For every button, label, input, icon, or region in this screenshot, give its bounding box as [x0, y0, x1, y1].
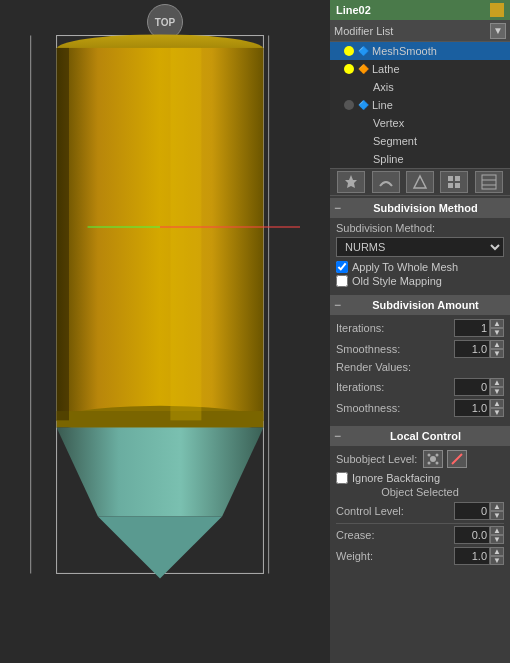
smoothness-up-btn[interactable]: ▲ — [490, 340, 504, 349]
iterations-spinner-btns: ▲ ▼ — [490, 319, 504, 337]
right-panel: Line02 Modifier List ▼ 🔷 MeshSmooth 🔶 La… — [330, 0, 510, 663]
icon-spline — [358, 153, 370, 165]
tree-item-meshsmooth[interactable]: 🔷 MeshSmooth — [330, 42, 510, 60]
old-style-mapping-checkbox[interactable] — [336, 275, 348, 287]
viewport[interactable]: TOP Y Z — [0, 0, 330, 663]
label-spline: Spline — [373, 153, 404, 165]
render-values-row: Render Values: — [336, 361, 504, 375]
weight-label: Weight: — [336, 550, 454, 562]
smoothness-input[interactable] — [454, 340, 490, 358]
icon-axis — [358, 81, 370, 93]
render-smoothness-up-btn[interactable]: ▲ — [490, 399, 504, 408]
smoothness-down-btn[interactable]: ▼ — [490, 349, 504, 358]
svg-rect-14 — [448, 183, 453, 188]
svg-point-22 — [428, 462, 431, 465]
subdivision-method-select[interactable]: NURMS Classic — [336, 237, 504, 257]
tree-item-spline[interactable]: Spline — [330, 150, 510, 168]
crease-spinner-btns: ▲ ▼ — [490, 526, 504, 544]
bulb-meshsmooth — [344, 46, 354, 56]
label-line: Line — [372, 99, 393, 111]
render-iterations-up-btn[interactable]: ▲ — [490, 378, 504, 387]
object-selected-text: Object Selected — [336, 486, 504, 498]
iterations-up-btn[interactable]: ▲ — [490, 319, 504, 328]
ignore-backfacing-row: Ignore Backfacing — [336, 472, 504, 484]
subdivision-amount-collapse[interactable]: − — [334, 298, 341, 312]
svg-point-20 — [428, 454, 431, 457]
toolbar-graph-btn[interactable] — [475, 171, 503, 193]
render-smoothness-spinner-btns: ▲ ▼ — [490, 399, 504, 417]
crease-row: Crease: ▲ ▼ — [336, 526, 504, 544]
subdivision-method-collapse[interactable]: − — [334, 201, 341, 215]
weight-up-btn[interactable]: ▲ — [490, 547, 504, 556]
tree-item-vertex[interactable]: Vertex — [330, 114, 510, 132]
toolbar-pin-btn[interactable] — [337, 171, 365, 193]
smoothness-row: Smoothness: ▲ ▼ — [336, 340, 504, 358]
crease-label: Crease: — [336, 529, 454, 541]
local-control-title: Local Control — [345, 430, 506, 442]
crease-up-btn[interactable]: ▲ — [490, 526, 504, 535]
modifier-dropdown-arrow[interactable]: ▼ — [490, 23, 506, 39]
tree-item-lathe[interactable]: 🔶 Lathe — [330, 60, 510, 78]
svg-point-21 — [436, 454, 439, 457]
render-smoothness-down-btn[interactable]: ▼ — [490, 408, 504, 417]
crease-down-btn[interactable]: ▼ — [490, 535, 504, 544]
icon-segment — [358, 135, 370, 147]
ignore-backfacing-label: Ignore Backfacing — [352, 472, 440, 484]
bulb-lathe — [344, 64, 354, 74]
label-meshsmooth: MeshSmooth — [372, 45, 437, 57]
iterations-input[interactable]: 1 — [454, 319, 490, 337]
svg-rect-6 — [57, 411, 264, 428]
local-control-collapse[interactable]: − — [334, 429, 341, 443]
apply-whole-mesh-checkbox[interactable] — [336, 261, 348, 273]
render-iterations-label: Iterations: — [336, 381, 454, 393]
subobject-level-label: Subobject Level: — [336, 453, 417, 465]
control-level-row: Control Level: ▲ ▼ — [336, 502, 504, 520]
crease-input[interactable] — [454, 526, 490, 544]
icon-vertex — [358, 117, 370, 129]
divider-1 — [336, 523, 504, 524]
apply-whole-mesh-label: Apply To Whole Mesh — [352, 261, 458, 273]
svg-rect-8 — [57, 48, 69, 420]
smoothness-spinner-btns: ▲ ▼ — [490, 340, 504, 358]
svg-point-23 — [436, 462, 439, 465]
render-smoothness-spinner: ▲ ▼ — [454, 399, 504, 417]
iterations-down-btn[interactable]: ▼ — [490, 328, 504, 337]
subobj-vertex-icon[interactable] — [423, 450, 443, 468]
toolbar-icons — [330, 168, 510, 196]
icon-meshsmooth: 🔷 — [357, 45, 369, 57]
svg-rect-15 — [455, 183, 460, 188]
ignore-backfacing-checkbox[interactable] — [336, 472, 348, 484]
toolbar-shape-btn[interactable] — [406, 171, 434, 193]
subdivision-method-content: Subdivision Method: NURMS Classic Apply … — [330, 218, 510, 293]
render-iterations-down-btn[interactable]: ▼ — [490, 387, 504, 396]
control-level-input[interactable] — [454, 502, 490, 520]
label-axis: Axis — [373, 81, 394, 93]
weight-down-btn[interactable]: ▼ — [490, 556, 504, 565]
control-level-down-btn[interactable]: ▼ — [490, 511, 504, 520]
control-level-spinner: ▲ ▼ — [454, 502, 504, 520]
toolbar-curve-btn[interactable] — [372, 171, 400, 193]
icon-line: 🔷 — [357, 99, 369, 111]
weight-spinner: ▲ ▼ — [454, 547, 504, 565]
modifier-list-label: Modifier List — [334, 25, 393, 37]
title-bar: Line02 — [330, 0, 510, 20]
render-smoothness-label: Smoothness: — [336, 402, 454, 414]
tree-item-axis[interactable]: Axis — [330, 78, 510, 96]
render-smoothness-input[interactable] — [454, 399, 490, 417]
control-level-spinner-btns: ▲ ▼ — [490, 502, 504, 520]
iterations-spinner: 1 ▲ ▼ — [454, 319, 504, 337]
color-swatch[interactable] — [490, 3, 504, 17]
iterations-label: Iterations: — [336, 322, 454, 334]
render-iterations-input[interactable] — [454, 378, 490, 396]
smoothness-label: Smoothness: — [336, 343, 454, 355]
svg-marker-11 — [414, 176, 426, 188]
render-values-label: Render Values: — [336, 361, 411, 373]
subobj-edge-icon[interactable] — [447, 450, 467, 468]
modifier-tree: 🔷 MeshSmooth 🔶 Lathe Axis 🔷 Line Vertex — [330, 42, 510, 168]
subdivision-amount-title: Subdivision Amount — [345, 299, 506, 311]
weight-input[interactable] — [454, 547, 490, 565]
tree-item-segment[interactable]: Segment — [330, 132, 510, 150]
toolbar-box-btn[interactable] — [440, 171, 468, 193]
tree-item-line[interactable]: 🔷 Line — [330, 96, 510, 114]
control-level-up-btn[interactable]: ▲ — [490, 502, 504, 511]
